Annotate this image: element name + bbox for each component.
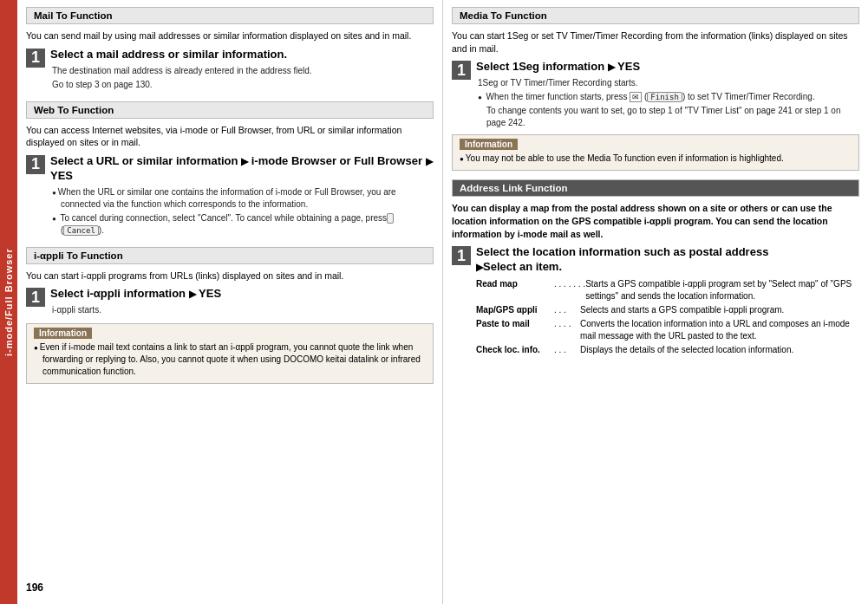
media-to-info-bullet: You may not be able to use the Media To … (460, 153, 852, 165)
table-row-paste-mail: Paste to mail . . . . Converts the locat… (476, 318, 859, 342)
mail-to-intro: You can send mail by using mail addresse… (26, 29, 434, 42)
media-to-info-box: Information You may not be able to use t… (452, 134, 859, 171)
step-number-1c: 1 (26, 288, 45, 307)
media-to-step-title: Select 1Seg information ▶ YES (476, 60, 859, 75)
i-appli-info-bullet: Even if i-mode mail text contains a link… (34, 341, 426, 378)
address-link-intro: You can display a map from the postal ad… (452, 202, 859, 240)
table-row-check-loc: Check loc. info. . . . Displays the deta… (476, 344, 859, 356)
web-to-step-title: Select a URL or similar information ▶ i-… (50, 154, 434, 184)
left-column: Mail To Function You can send mail by us… (17, 0, 443, 604)
web-to-bullet-1: When the URL or similar one contains the… (52, 186, 434, 211)
media-to-bullet-1: When the timer function starts, press ✉ … (478, 91, 859, 103)
web-to-intro: You can access Internet websites, via i-… (26, 124, 434, 149)
media-to-info-header: Information (460, 139, 518, 150)
web-to-header: Web To Function (26, 101, 434, 119)
web-to-step-sub: When the URL or similar one contains the… (52, 186, 434, 237)
web-to-bullet-2: To cancel during connection, select "Can… (52, 212, 434, 237)
web-to-step1: 1 Select a URL or similar information ▶ … (26, 154, 434, 238)
media-to-step1: 1 Select 1Seg information ▶ YES 1Seg or … (452, 60, 859, 129)
address-link-step-title: Select the location information such as … (476, 245, 859, 275)
i-appli-to-step-title: Select i-αppli information ▶ YES (50, 287, 434, 302)
web-to-section: Web To Function You can access Internet … (26, 101, 434, 238)
i-appli-info-box: Information Even if i-mode mail text con… (26, 323, 434, 384)
media-to-intro: You can start 1Seg or set TV Timer/Timer… (452, 29, 859, 55)
i-appli-to-step-content: Select i-αppli information ▶ YES i-αppli… (50, 287, 434, 318)
address-link-table: Read map . . . . . . . Starts a GPS comp… (476, 278, 859, 356)
step-number-1d: 1 (452, 61, 471, 80)
address-link-section: Address Link Function You can display a … (452, 179, 859, 358)
media-to-step-content: Select 1Seg information ▶ YES 1Seg or TV… (476, 60, 859, 129)
i-appli-info-header: Information (34, 328, 92, 339)
sidebar-label: i-mode/Full Browser (0, 0, 17, 604)
step-number-1e: 1 (452, 246, 471, 265)
mail-to-header: Mail To Function (26, 7, 434, 24)
right-column: Media To Function You can start 1Seg or … (443, 0, 868, 604)
media-to-text-2: To change contents you want to set, go t… (478, 105, 859, 129)
step-number-1: 1 (26, 49, 45, 68)
i-appli-info-content: Even if i-mode mail text contains a link… (34, 341, 426, 378)
step-content: Select a mail address or similar informa… (50, 48, 434, 93)
table-row-read-map: Read map . . . . . . . Starts a GPS comp… (476, 278, 859, 302)
cancel-key (387, 213, 394, 224)
i-appli-to-intro: You can start i-αppli programs from URLs… (26, 270, 434, 283)
web-to-step-content: Select a URL or similar information ▶ i-… (50, 154, 434, 238)
i-appli-to-step-sub: i-αppli starts. (52, 304, 434, 316)
mail-to-section: Mail To Function You can send mail by us… (26, 7, 434, 93)
i-appli-to-section: i-αppli To Function You can start i-αppl… (26, 247, 434, 385)
media-to-header: Media To Function (452, 7, 859, 24)
address-link-step1: 1 Select the location information such a… (452, 245, 859, 358)
address-link-step-content: Select the location information such as … (476, 245, 859, 358)
media-to-info-content: You may not be able to use the Media To … (460, 153, 852, 165)
address-link-header: Address Link Function (452, 179, 859, 197)
mail-to-step-title: Select a mail address or similar informa… (50, 48, 434, 62)
media-to-step-sub: 1Seg or TV Timer/Timer Recording starts.… (478, 77, 859, 129)
i-appli-to-header: i-αppli To Function (26, 247, 434, 264)
page-number: 196 (26, 581, 43, 594)
step-number-1b: 1 (26, 155, 45, 174)
media-to-section: Media To Function You can start 1Seg or … (452, 7, 859, 171)
mail-to-step1: 1 Select a mail address or similar infor… (26, 48, 434, 93)
mail-to-step-sub: The destination mail address is already … (52, 65, 434, 91)
i-appli-to-step1: 1 Select i-αppli information ▶ YES i-αpp… (26, 287, 434, 318)
table-row-map-gps: Map/GPS αppli . . . Selects and starts a… (476, 304, 859, 316)
